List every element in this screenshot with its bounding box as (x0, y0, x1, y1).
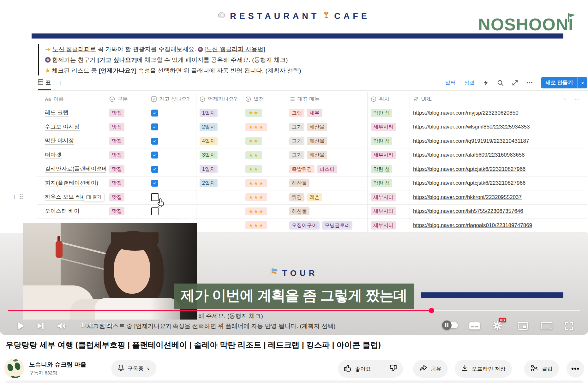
column-header-5[interactable]: 별점 (242, 92, 286, 106)
want-to-go-cell[interactable]: ✓ (148, 134, 196, 148)
video-player[interactable]: RESTAURANT CAFE NOSHOONI 노션 웹클리퍼로 꼭 가봐야 … (0, 0, 588, 335)
checkbox-checked: ✓ (151, 166, 158, 173)
carp-flag-icon (270, 268, 278, 279)
add-column-cell[interactable]: +⋯ (560, 92, 587, 106)
description-box[interactable] (4, 380, 584, 383)
url-cell[interactable]: https://blog.naver.com/hkkroni/223209552… (410, 190, 560, 205)
column-header-8[interactable]: URL (410, 92, 560, 106)
url-cell[interactable]: https://blog.naver.com/lsh5755/223067357… (410, 205, 560, 219)
fullscreen-button[interactable] (564, 321, 574, 331)
chevron-down-icon[interactable]: ∨ (578, 81, 587, 85)
url-cell[interactable]: https://blog.naver.com/qptcjstk6/2232108… (410, 177, 560, 191)
webclipper-guide-link[interactable]: [노션 웹클리퍼 사용법] (198, 46, 265, 52)
row-name-cell[interactable]: 킬리만자로(플랜테이션베이 (37, 162, 106, 177)
search-icon[interactable] (497, 80, 504, 86)
location-cell: 세부시티 (368, 120, 410, 135)
spacer-cell (560, 134, 587, 148)
add-view-button[interactable]: + (58, 79, 62, 87)
column-header-3[interactable]: 가고 싶나요? (148, 92, 196, 106)
category-cell: 맛집 (106, 134, 148, 148)
scissors-icon (531, 364, 539, 374)
expand-icon[interactable] (512, 80, 518, 86)
checkbox-checked: ✓ (151, 180, 158, 187)
row-hover-controls[interactable]: + (12, 193, 23, 201)
menu-cell: 해산물 (286, 205, 368, 219)
url-cell[interactable]: https://blog.naver.com/rlagoals010/22318… (410, 218, 560, 233)
checkbox-checked: ✓ (151, 110, 158, 117)
vlogger-face (114, 244, 150, 294)
webclipper-link[interactable]: 노션 웹클리퍼 (52, 46, 90, 52)
want-to-go-cell[interactable]: ✓ (148, 177, 196, 191)
category-cell: 맛집 (106, 205, 148, 219)
want-to-go-cell[interactable]: ✓ (148, 106, 196, 120)
new-record-button[interactable]: 새로 만들기 ∨ (541, 77, 587, 88)
url-cell[interactable]: https://blog.naver.com/qptcjstk6/2232108… (410, 162, 560, 177)
channel-name[interactable]: 노슈니와 슈크림 마을 (29, 361, 87, 369)
day-cell (196, 190, 242, 205)
tab-table-view[interactable]: 표 (38, 79, 51, 90)
more-options-icon[interactable] (526, 82, 533, 84)
category-cell: 맛집 (106, 190, 148, 205)
want-to-go-cell[interactable]: ✓ (148, 120, 196, 135)
want-to-go-cell[interactable] (148, 190, 196, 205)
row-name-cell[interactable]: 오이스터 베이 (37, 205, 106, 219)
row-name-cell[interactable]: 막탄 야시장 (37, 134, 106, 148)
miniplayer-button[interactable] (517, 321, 529, 330)
volume-button[interactable] (57, 321, 66, 330)
location-cell: 세부시티 (368, 148, 410, 163)
open-page-button[interactable]: 열기 (83, 193, 105, 201)
play-button[interactable] (16, 321, 25, 331)
like-button[interactable]: 좋아요 (338, 360, 377, 378)
table-row: 막탄 야시장맛집✓4일차★★고기해산물막탄 섬https://blog.nave… (37, 134, 587, 148)
spacer-cell (560, 177, 587, 191)
url-cell[interactable]: https://blog.naver.com/wlsgml850/2232259… (410, 120, 560, 135)
want-to-go-cell[interactable]: ✓ (148, 148, 196, 163)
category-cell: 맛집 (106, 120, 148, 135)
automation-bolt-icon[interactable] (483, 79, 489, 86)
rating-cell: ★★★ (242, 120, 286, 135)
theater-mode-button[interactable] (541, 321, 553, 330)
filter-button[interactable]: 필터 (445, 79, 456, 87)
star-icon: ★ (45, 67, 51, 74)
table-row: 레드 크랩맛집✓1일차★★크랩새우막탄 섬https://blog.naver.… (37, 106, 587, 120)
column-header-7[interactable]: 위치 (368, 92, 410, 106)
offline-save-button[interactable]: 오프라인 저장 (455, 360, 512, 378)
autoplay-toggle[interactable] (443, 322, 458, 328)
row-name-cell[interactable]: 하우스 오브 레촌열기 (37, 190, 106, 205)
video-progress-bar[interactable] (8, 310, 580, 311)
share-button[interactable]: 공유 (413, 360, 448, 378)
table-row: 킬리만자로(플랜테이션베이맛집✓1일차★★족발튀김파스타막탄 섬https://… (37, 162, 587, 177)
hd-quality-badge: HD (499, 318, 506, 322)
add-row-icon[interactable]: + (12, 193, 16, 201)
row-name-cell[interactable]: 수그보 야시장 (37, 120, 106, 135)
category-cell: 맛집 (106, 148, 148, 163)
next-button[interactable] (36, 321, 45, 330)
menu-cell: 크랩새우 (286, 106, 368, 120)
url-cell[interactable]: https://blog.naver.com/iq9191919/2232104… (410, 134, 560, 148)
rating-cell: ★★★ (242, 177, 286, 191)
url-cell[interactable]: https://blog.naver.com/alal5609/22316098… (410, 148, 560, 163)
channel-avatar[interactable] (4, 359, 24, 378)
sort-button[interactable]: 정렬 (464, 79, 475, 87)
more-actions-button[interactable]: ••• (567, 360, 584, 378)
want-to-go-cell[interactable]: ✓ (148, 162, 196, 177)
column-header-2[interactable]: 구분 (106, 92, 148, 106)
row-name-cell[interactable]: 피지(플랜테이션베이) (37, 177, 106, 191)
video-subtitle: 제가 이번에 계획을 좀 그렇게 짰는데 (174, 284, 414, 309)
subtitles-button[interactable] (469, 321, 481, 330)
clip-button[interactable]: 클립 (524, 360, 559, 378)
column-header-6[interactable]: 대표 메뉴 (286, 92, 368, 106)
settings-button[interactable]: HD (493, 321, 502, 330)
table-row: 하우스 오브 레촌열기맛집★★★튀김레촌세부시티https://blog.nav… (37, 190, 587, 205)
drag-handle-icon[interactable] (19, 193, 23, 201)
dislike-button[interactable] (383, 360, 403, 378)
column-header-4[interactable]: 언제가나요? (196, 92, 242, 106)
want-to-go-cell[interactable] (148, 205, 196, 219)
column-header-1[interactable]: Aa이름 (37, 92, 106, 106)
subscribed-button[interactable]: 구독중 ∨ (111, 360, 156, 377)
url-cell[interactable]: https://blog.naver.com/myjsp/22323062085… (410, 106, 560, 120)
day-cell (196, 205, 242, 219)
row-name-cell[interactable]: 레드 크랩 (37, 106, 106, 120)
youtube-watch-page: RESTAURANT CAFE NOSHOONI 노션 웹클리퍼로 꼭 가봐야 … (0, 0, 588, 383)
row-name-cell[interactable]: 더마켓 (37, 148, 106, 163)
